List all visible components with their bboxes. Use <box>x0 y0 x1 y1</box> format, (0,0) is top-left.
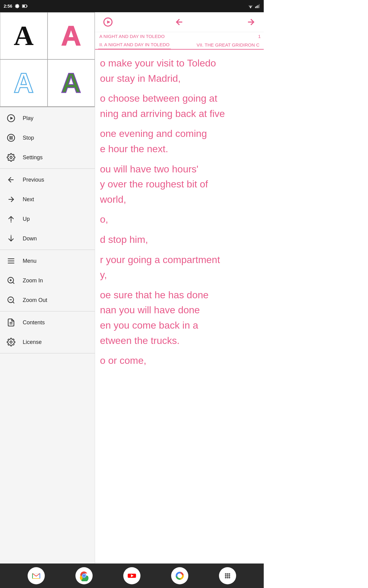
svg-point-6 <box>250 7 251 8</box>
arrow-down-icon <box>6 233 17 244</box>
youtube-app[interactable] <box>123 567 140 584</box>
gear-icon <box>6 152 17 163</box>
chapter-tabs: A NIGHT AND DAY IN TOLEDO 1 II. A NIGHT … <box>95 32 264 50</box>
status-time: 2:56 <box>4 4 12 9</box>
utility-section: Menu Zoom In Zoom Out <box>0 250 95 311</box>
wifi-icon <box>248 4 253 8</box>
sidebar: A A A A Play <box>0 12 95 564</box>
svg-rect-2 <box>23 5 25 7</box>
svg-point-57 <box>227 575 228 576</box>
next-chapter-tab[interactable]: VII. THE GREAT GRIDIRON C <box>195 41 261 49</box>
svg-marker-12 <box>10 117 13 119</box>
gmail-app[interactable] <box>28 567 45 584</box>
previous-button[interactable]: Previous <box>0 170 95 190</box>
status-bar: 2:56 <box>0 0 264 12</box>
chapter-row-bottom: II. A NIGHT AND DAY IN TOLEDO VII. THE G… <box>98 40 261 49</box>
svg-point-60 <box>227 577 228 578</box>
svg-rect-7 <box>255 7 256 8</box>
font-option-purple-green[interactable]: A <box>48 59 95 107</box>
play-icon <box>6 113 17 124</box>
svg-line-30 <box>13 302 14 303</box>
zoom-out-button[interactable]: Zoom Out <box>0 290 95 310</box>
pause-icon <box>6 132 17 143</box>
prev-chapter-tab[interactable]: II. A NIGHT AND DAY IN TOLEDO <box>98 40 171 50</box>
svg-rect-8 <box>256 6 257 8</box>
chapter-row-top: A NIGHT AND DAY IN TOLEDO 1 <box>98 32 261 40</box>
settings-icon <box>15 4 20 9</box>
reading-content[interactable]: o make your visit to Toledoour stay in M… <box>95 50 264 564</box>
font-selector-grid: A A A A <box>0 12 95 107</box>
playback-section: Play Stop Settings <box>0 107 95 169</box>
svg-line-26 <box>13 282 14 284</box>
svg-point-55 <box>228 573 230 575</box>
svg-point-56 <box>225 575 226 576</box>
svg-rect-14 <box>10 136 11 140</box>
apps-grid-app[interactable] <box>219 567 236 584</box>
menu-button[interactable]: Menu <box>0 251 95 271</box>
play-button[interactable]: Play <box>0 108 95 128</box>
reading-text: o make your visit to Toledoour stay in M… <box>100 56 259 368</box>
current-chapter-tab[interactable]: A NIGHT AND DAY IN TOLEDO <box>98 32 166 40</box>
chrome-app[interactable] <box>75 567 93 584</box>
arrow-up-icon <box>6 213 17 224</box>
svg-rect-1 <box>27 6 27 7</box>
settings-button[interactable]: Settings <box>0 148 95 167</box>
content-area: A NIGHT AND DAY IN TOLEDO 1 II. A NIGHT … <box>95 12 264 564</box>
zoom-out-icon <box>6 295 17 306</box>
svg-point-61 <box>228 577 230 578</box>
forward-nav-button[interactable] <box>244 15 258 29</box>
play-nav-button[interactable] <box>101 15 115 29</box>
taskbar <box>0 564 264 588</box>
svg-rect-15 <box>11 136 12 140</box>
battery-icon <box>22 4 28 8</box>
svg-point-53 <box>225 573 226 575</box>
font-option-pink[interactable]: A <box>48 12 95 59</box>
photos-app[interactable] <box>171 567 188 584</box>
svg-point-13 <box>7 134 14 141</box>
main-layout: A A A A Play <box>0 12 264 564</box>
svg-point-51 <box>178 575 181 577</box>
menu-icon <box>6 255 17 266</box>
svg-rect-10 <box>259 4 259 8</box>
signal-icon <box>255 4 260 8</box>
svg-point-46 <box>83 575 85 577</box>
arrow-right-icon <box>6 194 17 205</box>
svg-marker-35 <box>107 21 110 24</box>
top-nav <box>95 12 264 32</box>
font-option-black[interactable]: A <box>0 12 48 59</box>
contents-button[interactable]: Contents <box>0 313 95 332</box>
zoom-in-button[interactable]: Zoom In <box>0 271 95 290</box>
stop-button[interactable]: Stop <box>0 128 95 148</box>
license-button[interactable]: License <box>0 332 95 352</box>
font-option-blue-outline[interactable]: A <box>0 59 48 107</box>
back-nav-button[interactable] <box>173 15 186 29</box>
up-button[interactable]: Up <box>0 209 95 229</box>
info-section: Contents License <box>0 311 95 353</box>
sidebar-menu: Play Stop Settings <box>0 107 95 564</box>
zoom-in-icon <box>6 275 17 286</box>
arrow-left-icon <box>6 174 17 185</box>
svg-rect-9 <box>258 5 258 8</box>
next-button[interactable]: Next <box>0 190 95 209</box>
document-icon <box>6 317 17 328</box>
svg-point-54 <box>227 573 228 575</box>
svg-point-59 <box>225 577 226 578</box>
down-button[interactable]: Down <box>0 229 95 248</box>
svg-point-58 <box>228 575 230 576</box>
navigation-section: Previous Next Up <box>0 169 95 250</box>
license-icon <box>6 337 17 348</box>
